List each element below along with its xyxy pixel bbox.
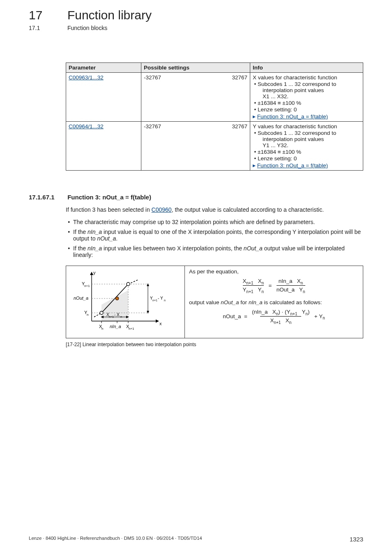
min-value: -32767 <box>141 73 180 122</box>
svg-text:y: y <box>93 270 96 275</box>
chapter-title: Function library <box>67 8 152 22</box>
equation-panel: As per the equation, Xn+1 Xn Yn+1 Yn = n… <box>185 266 363 338</box>
max-value: 32767 <box>179 122 250 171</box>
param-link[interactable]: C00963/1...32 <box>69 74 104 81</box>
svg-text:n+1: n+1 <box>109 315 114 318</box>
svg-point-23 <box>100 311 103 314</box>
max-value: 32767 <box>179 73 250 122</box>
chapter-number: 17 <box>29 8 66 22</box>
svg-text:n: n <box>120 315 122 318</box>
result-equation: nOut_a = (nIn_a Xn) · (Yn+1 Yn) Xn+1 Xn … <box>189 309 359 324</box>
svg-text:n: n <box>101 327 103 331</box>
min-value: -32767 <box>141 122 180 171</box>
page-number: 1323 <box>350 536 363 543</box>
interpolation-graph: y x Yn+1 nOut_a Yn Xn nIn_a Xn+1 Xn+1- X… <box>66 266 185 338</box>
table-row: C00963/1...32 -32767 32767 X values for … <box>66 73 363 122</box>
code-link[interactable]: C00960 <box>152 206 172 213</box>
figure-caption: [17-22] Linear interpolation between two… <box>66 342 363 347</box>
svg-text:n: n <box>164 299 166 302</box>
svg-marker-16 <box>147 283 149 286</box>
svg-text:x: x <box>159 321 162 326</box>
bullet-list: The characteristic may comprise up to 32… <box>66 219 363 258</box>
subsection-number: 17.1.67.1 <box>29 194 66 201</box>
param-link[interactable]: C00964/1...32 <box>69 123 104 130</box>
info-cell: Y values for characteristic function Sub… <box>250 122 363 171</box>
list-item: If the nIn_a input value lies between tw… <box>73 245 363 258</box>
subsection-title: Function 3: nOut_a = f(table) <box>67 194 151 201</box>
th-possible-settings: Possible settings <box>141 63 250 73</box>
parameter-table: Parameter Possible settings Info C00963/… <box>66 62 363 171</box>
section-number: 17.1 <box>29 25 66 31</box>
svg-text:n: n <box>87 313 88 317</box>
svg-text:n+1: n+1 <box>84 284 90 288</box>
th-parameter: Parameter <box>66 63 141 73</box>
footer-text: Lenze · 8400 HighLine · Referenzhandbuch… <box>29 536 202 543</box>
info-cell: X values for characteristic function Sub… <box>250 73 363 122</box>
th-info: Info <box>250 63 363 73</box>
svg-text:nIn_a: nIn_a <box>110 324 121 329</box>
svg-text:- X: - X <box>114 312 120 317</box>
page-footer: Lenze · 8400 HighLine · Referenzhandbuch… <box>29 536 363 543</box>
section-title: Function blocks <box>67 25 107 31</box>
table-row: C00964/1...32 -32767 32767 Y values for … <box>66 122 363 171</box>
list-item: If the nIn_a input value is equal to one… <box>73 229 363 242</box>
svg-text:n+1: n+1 <box>129 327 134 331</box>
intro-paragraph: If function 3 has been selected in C0096… <box>66 206 363 213</box>
function-link[interactable]: Function 3: nOut_a = f(table) <box>257 162 328 169</box>
svg-point-25 <box>127 282 130 286</box>
triangle-right-icon: ▸ <box>253 162 257 169</box>
svg-marker-17 <box>147 311 149 314</box>
svg-text:- Y: - Y <box>158 296 163 301</box>
divider: _ _ _ _ _ _ _ _ _ _ _ _ _ _ _ _ _ _ _ _ … <box>29 44 363 50</box>
triangle-right-icon: ▸ <box>253 113 257 120</box>
svg-text:n+1: n+1 <box>152 299 157 302</box>
svg-point-24 <box>115 297 119 300</box>
ratio-equation: Xn+1 Xn Yn+1 Yn = nIn_a Xn nOut_a Yn <box>189 278 359 294</box>
svg-text:nOut_a: nOut_a <box>74 296 88 301</box>
list-item: The characteristic may comprise up to 32… <box>73 219 363 225</box>
figure-box: y x Yn+1 nOut_a Yn Xn nIn_a Xn+1 Xn+1- X… <box>66 266 363 338</box>
svg-marker-2 <box>90 272 93 275</box>
svg-marker-4 <box>156 319 159 323</box>
function-link[interactable]: Function 3: nOut_a = f(table) <box>257 113 328 120</box>
